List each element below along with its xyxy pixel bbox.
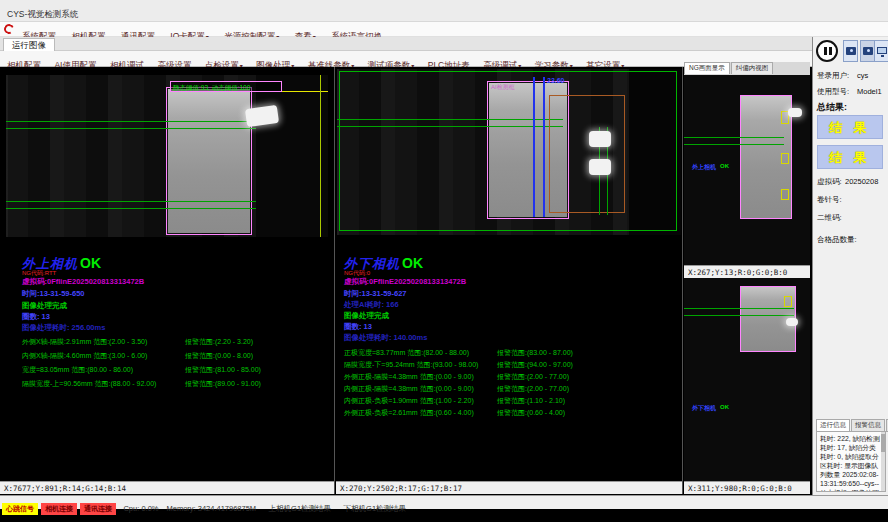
measurement-row: 外侧正极-负极=2.61mm 范围:(0.60 - 4.00): [344, 408, 474, 418]
baseline-line: [684, 137, 784, 138]
baseline-line: [337, 126, 563, 127]
alarm-range: 报警范围:(83.00 - 87.00): [497, 348, 573, 358]
defect-marker-box: [784, 296, 792, 307]
left-time: 时间:13-31-59-650: [22, 289, 85, 299]
baseline-line: [6, 208, 256, 209]
vertical-marker-line: [320, 75, 321, 237]
measurement-row: 隔膜宽度-下=95.24mm 范围:(93.00 - 98.00): [344, 360, 478, 370]
log-text-area[interactable]: 耗时: 222, 缺陷检测耗时: 17, 缺陷分类耗时: 0, 缺陷提取分区耗时…: [816, 431, 886, 492]
thumb-tab-strip: NG画面显示纠偏内视图细抓内视图: [684, 62, 810, 75]
bright-object: [589, 131, 611, 147]
model-value: Model1: [857, 87, 882, 96]
login-user-label: 登录用户:: [817, 71, 849, 81]
pause-icon: [829, 47, 832, 55]
measurement-row: 外侧X轴-隔膜:2.91mm 范围:(2.00 - 3.50): [22, 337, 147, 347]
measure-line-blue: [533, 77, 535, 217]
threshold-label: 静态阈值:93, 动态阈值:100: [173, 84, 250, 93]
thumb-bottom-camera-label: 外下相机: [692, 404, 716, 413]
thumb-bottom-coordinates: X:311;Y:980;R:0;G:0;B:0: [684, 481, 810, 494]
left-process-time: 图像处理耗时: 256.00ms: [22, 323, 105, 333]
middle-virtual-code: 虚拟码:0FflinE2025020813313472B: [344, 277, 466, 287]
result-box-2: 结 果: [817, 145, 883, 169]
middle-camera-view[interactable]: AI检测框 23.60: [337, 69, 681, 235]
alarm-range: 报警范围:(2.00 - 77.00): [497, 372, 569, 382]
left-result-ok: OK: [80, 255, 101, 271]
alarm-range: 报警范围:(0.00 - 8.00): [185, 351, 253, 361]
measure-value-label: 23.60: [547, 77, 565, 84]
lower-camera-result-link[interactable]: 下相机G1检测结果: [344, 504, 407, 513]
middle-result-ok: OK: [402, 255, 423, 271]
login-user-value: cys: [857, 71, 868, 80]
scrollbar-thumb[interactable]: [881, 434, 885, 452]
baseline-line: [684, 144, 784, 145]
panel-divider: [682, 67, 683, 494]
thumb-tab-ng-display[interactable]: NG画面显示: [684, 62, 730, 74]
shadow-region: [256, 75, 328, 237]
measurement-row: 正极宽度=83.77mm 范围:(82.00 - 88.00): [344, 348, 469, 358]
alarm-range: 报警范围:(2.00 - 77.00): [497, 384, 569, 394]
measurement-row: 宽度=83.05mm 范围:(80.00 - 86.00): [22, 365, 133, 375]
total-result-label: 总结果:: [817, 101, 847, 114]
baseline-line: [684, 308, 794, 309]
monitor-icon: [877, 47, 887, 54]
virtual-code-value: 20250208: [845, 177, 878, 186]
pause-button[interactable]: [816, 40, 838, 62]
log-scrollbar[interactable]: [881, 432, 885, 491]
monitor-stand-icon: [881, 55, 884, 58]
pause-icon: [824, 47, 827, 55]
alarm-range: 报警范围:(1.10 - 2.10): [497, 396, 565, 406]
monitor-button[interactable]: [874, 40, 888, 62]
cpu-usage: Cpu: 0.0%: [123, 504, 158, 513]
ai-box-label: AI检测框: [491, 83, 515, 92]
left-virtual-code: 虚拟码:0FflinE2025020813313472B: [22, 277, 144, 287]
upper-camera-result-link[interactable]: 上相机G1检测结果: [269, 504, 332, 513]
measurement-row: 内侧X轴-隔膜:4.60mm 范围:(3.00 - 6.00): [22, 351, 147, 361]
alarm-range: 报警范围:(0.60 - 4.00): [497, 408, 565, 418]
left-turns: 圈数: 13: [22, 312, 50, 322]
thumb-top-ok-label: OK: [720, 163, 729, 169]
result-box-1: 结 果: [817, 115, 883, 139]
app-window: CYS-视觉检测系统 系统配置 相机配置 通讯配置 IO卡配置▾ 光源控制配置▾…: [0, 0, 888, 522]
measurement-row: 内侧正极-负极=1.90mm 范围:(1.00 - 2.20): [344, 396, 474, 406]
tab-run-image[interactable]: 运行图像: [3, 38, 55, 51]
thumb-top-coordinates: X:267;Y:13;R:0;G:0;B:0: [684, 265, 810, 278]
baseline-line: [6, 128, 256, 129]
defect-marker-box: [781, 153, 789, 164]
alarm-range: 报警范围:(2.20 - 3.20): [185, 337, 253, 347]
camera-lens-icon: [867, 49, 870, 52]
alarm-range: 报警范围:(81.00 - 85.00): [185, 365, 261, 375]
memory-usage: Memory: 3424.41796875M: [166, 504, 256, 513]
thumbnail-bottom-view[interactable]: 外下相机 OK: [684, 278, 810, 481]
alarm-range: 报警范围:(94.00 - 97.00): [497, 360, 573, 370]
menu-bar: 系统配置 相机配置 通讯配置 IO卡配置▾ 光源控制配置▾ 查看▾ 系统语言切换: [0, 22, 888, 37]
panel-divider: [334, 67, 335, 494]
bright-object: [786, 318, 798, 326]
camera-secondary-button[interactable]: [860, 40, 875, 62]
middle-process-time: 图像处理耗时: 140.00ms: [344, 333, 427, 343]
baseline-line: [684, 315, 794, 316]
threshold-label-box: 静态阈值:93, 动态阈值:100: [170, 81, 282, 92]
baseline-line: [6, 201, 256, 202]
thumb-top-camera-label: 外上相机: [692, 163, 716, 172]
tab-strip: 运行图像: [0, 37, 812, 51]
baseline-line: [337, 119, 563, 120]
qr-code-label: 二维码:: [817, 213, 842, 223]
main-area: 静态阈值:93, 动态阈值:100 外上相机 OK NG代码:RTT 虚拟码:0…: [0, 67, 812, 495]
baseline-line: [6, 121, 256, 122]
roi-box: [166, 87, 252, 235]
thumb-tab-correction-view[interactable]: 纠偏内视图: [731, 62, 774, 74]
roi-box-orange: [549, 95, 625, 213]
app-logo-icon: [3, 23, 16, 36]
thumbnail-top-view[interactable]: 外上相机 OK: [684, 75, 810, 265]
window-title: CYS-视觉检测系统: [7, 9, 78, 21]
camera-capture-button[interactable]: [843, 40, 858, 62]
model-label: 使用型号:: [817, 87, 849, 97]
middle-process-done: 图像处理完成: [344, 311, 389, 321]
bright-object: [589, 159, 611, 175]
thumb-bottom-ok-label: OK: [720, 404, 729, 410]
left-camera-view[interactable]: 静态阈值:93, 动态阈值:100: [6, 75, 328, 237]
measurement-row: 内侧正极-隔膜=4.38mm 范围:(0.00 - 9.00): [344, 384, 474, 394]
status-bar-content: 心跳信号相机连接通讯连接 Cpu: 0.0%Memory: 3424.41796…: [2, 497, 414, 515]
camera-lens-icon: [850, 49, 853, 52]
status-bar: 心跳信号相机连接通讯连接 Cpu: 0.0%Memory: 3424.41796…: [0, 495, 888, 509]
